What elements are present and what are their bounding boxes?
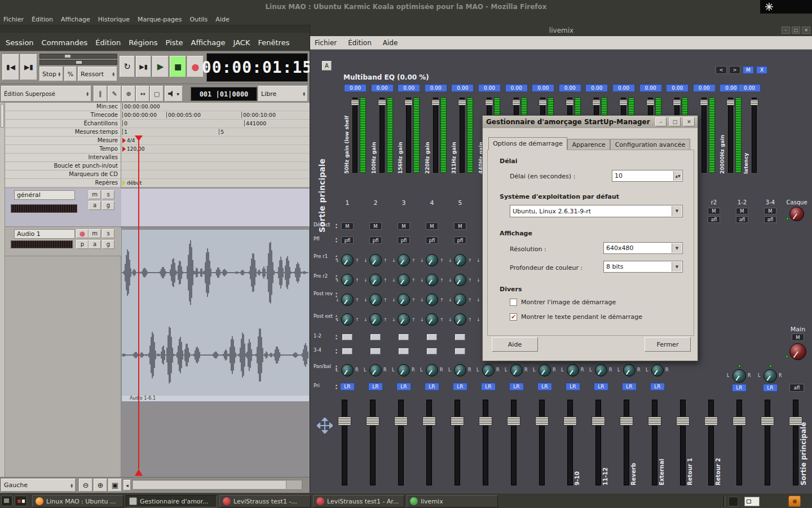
pan-knob[interactable] [510, 364, 523, 376]
send-knob[interactable] [369, 313, 382, 326]
route-1-2-toggle[interactable] [399, 334, 409, 340]
eq-fader-handle[interactable] [673, 99, 681, 106]
send-knob[interactable] [369, 294, 382, 306]
menu-edition[interactable]: Édition [32, 16, 53, 23]
tool-zoom-icon[interactable]: ⊕ [122, 86, 135, 102]
bus-afl-button[interactable]: afl [708, 216, 720, 223]
pfl-button[interactable]: pfl [426, 237, 438, 244]
eq-fader-track[interactable] [728, 98, 733, 173]
main-afl-button[interactable]: afl [789, 384, 804, 392]
solo-button[interactable]: s [102, 190, 114, 199]
bus-lr-button[interactable]: LR [763, 384, 778, 392]
eq-value-box[interactable]: 0.00 [344, 84, 367, 92]
route-3-4-toggle[interactable] [427, 348, 437, 354]
ruler-tempo[interactable]: Tempo 120,00 [5, 145, 310, 154]
route-1-2-toggle[interactable] [370, 334, 381, 340]
channel-fader-handle[interactable] [507, 417, 520, 426]
eq-fader-handle[interactable] [458, 99, 466, 106]
tool-stretch-icon[interactable]: ↔ [136, 86, 149, 102]
ruler-location-markers[interactable]: Repères début [5, 179, 310, 187]
ruler-cd-markers[interactable]: Marqueurs de CD [5, 170, 310, 179]
menu-aide[interactable]: Aide [215, 16, 229, 23]
send-knob[interactable] [398, 254, 410, 266]
eq-value-box[interactable]: 0.00 [612, 84, 635, 92]
eq-fader-handle[interactable] [485, 99, 493, 106]
nav-m-button[interactable]: M [743, 66, 754, 74]
tab-boot-options[interactable]: Options de démarrage [488, 137, 567, 150]
bus-pan-knob[interactable] [764, 369, 777, 383]
mute-button[interactable]: M [426, 222, 438, 230]
tempo-marker[interactable]: 120,00 [122, 146, 145, 152]
tray-icon[interactable] [729, 497, 738, 506]
bus-mute-button[interactable]: M [736, 208, 748, 214]
eq-fader-track[interactable] [701, 98, 707, 173]
livemix-titlebar[interactable]: livemix – □ ✕ [310, 24, 812, 36]
ruler-bars[interactable]: Mesures:temps 1 5 [5, 128, 310, 137]
track-gain-meter[interactable] [11, 240, 73, 248]
taskbar-item-ardour-editor[interactable]: LeviStrauss test1 -... [219, 495, 311, 507]
show-boot-text-checkbox[interactable]: ✔ [510, 313, 517, 321]
scrollbar-thumb[interactable] [133, 481, 286, 489]
eq-value-box[interactable]: 0.00 [478, 84, 501, 92]
chevron-down-icon[interactable]: ▼ [672, 243, 682, 253]
taskbar-item-startup-manager[interactable]: Gestionnaire d'amor... [126, 495, 217, 507]
pfl-button[interactable]: pfl [398, 237, 410, 244]
skip-back-button[interactable]: ▮◀ [2, 54, 19, 80]
zoom-out-button[interactable]: ⊖ [79, 479, 92, 492]
eq-value-box[interactable]: 0.00 [738, 84, 761, 92]
send-knob[interactable] [426, 294, 438, 306]
eq-fader-track[interactable] [379, 98, 385, 173]
help-button[interactable]: Aide [492, 337, 538, 352]
tab-appearance[interactable]: Apparence [567, 139, 610, 150]
eq-value-box[interactable]: 0.00 [693, 84, 716, 92]
track-header-audio1[interactable]: Audio 1 ● m s p a g [5, 228, 121, 256]
eq-value-box[interactable]: 0.00 [559, 84, 581, 92]
close-button[interactable]: ✕ [683, 117, 695, 126]
show-desktop-icon[interactable] [1, 496, 12, 506]
edit-mode-combo[interactable]: Édition Superposé [1, 86, 91, 102]
send-knob[interactable] [398, 294, 410, 306]
channel-fader-handle[interactable] [479, 417, 492, 426]
send-knob[interactable] [341, 254, 354, 266]
pan-knob[interactable] [651, 364, 664, 376]
chevron-down-icon[interactable]: ▼ [672, 262, 682, 271]
eq-fader-handle[interactable] [351, 99, 359, 106]
maximize-button[interactable]: □ [792, 27, 800, 34]
move-arrows-icon[interactable] [317, 418, 333, 433]
play-button[interactable]: ▶ [152, 56, 169, 77]
pri-lr-button[interactable]: LR [453, 383, 467, 391]
menu-historique[interactable]: Historique [98, 16, 130, 23]
show-boot-image-checkbox[interactable] [510, 299, 517, 306]
auto-return-button[interactable]: ▶▮ [136, 56, 151, 77]
bus-mute-button[interactable]: M [764, 208, 776, 214]
minimize-button[interactable]: – [782, 27, 790, 34]
record-arm-button[interactable]: ● [76, 229, 89, 238]
route-1-2-toggle[interactable] [342, 334, 352, 340]
pan-knob[interactable] [567, 364, 579, 376]
bbt-clock[interactable]: 001 |01|0000 [191, 87, 257, 101]
pan-knob[interactable] [369, 364, 382, 376]
eq-fader-handle[interactable] [726, 99, 735, 106]
meter-marker[interactable]: 4/4 [122, 137, 135, 144]
latency-fader-track[interactable] [752, 98, 757, 173]
eq-fader-track[interactable] [433, 98, 438, 173]
applet-icon[interactable] [15, 496, 27, 506]
main-knob[interactable] [789, 343, 806, 360]
route-1-2-toggle[interactable] [455, 334, 465, 340]
taskbar-item-firefox[interactable]: Linux MAO : Ubuntu ... [32, 495, 123, 507]
pan-knob[interactable] [454, 364, 466, 376]
nav-prev-button[interactable]: < [716, 66, 727, 74]
transport-clock[interactable]: 00:00:01:15 [206, 53, 308, 82]
channel-fader-handle[interactable] [732, 417, 746, 426]
eq-fader-handle[interactable] [404, 99, 413, 106]
mute-button[interactable]: M [369, 222, 382, 230]
mute-button[interactable]: M [398, 222, 410, 230]
channel-fader-handle[interactable] [422, 417, 436, 426]
ruler-meter[interactable]: Mesure 4/4 [5, 137, 310, 145]
eq-value-box[interactable]: 0.00 [505, 84, 528, 92]
zoom-fit-button[interactable]: ▣ [108, 479, 122, 492]
playhead-line[interactable] [138, 141, 139, 469]
route-3-4-toggle[interactable] [455, 348, 465, 354]
pri-lr-button[interactable]: LR [566, 383, 580, 391]
pri-lr-button[interactable]: LR [396, 383, 411, 391]
